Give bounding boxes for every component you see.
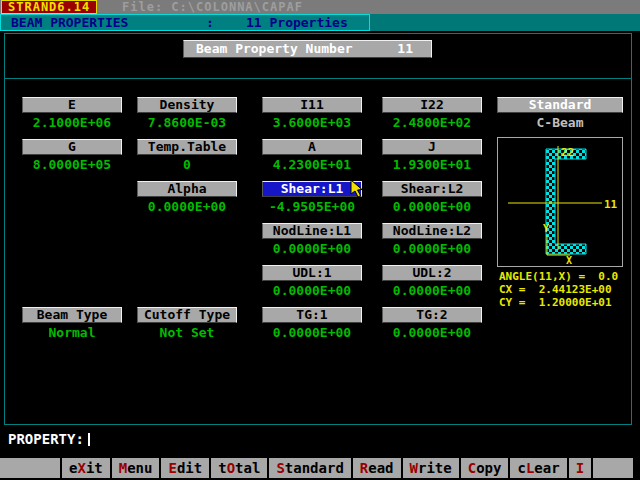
field-g: G 8.0000E+05 bbox=[22, 139, 122, 172]
mouse-pointer-icon bbox=[350, 180, 364, 202]
text-cursor bbox=[88, 433, 90, 446]
property-prompt-label: PROPERTY: bbox=[8, 431, 84, 447]
field-alpha-value: 0.0000E+00 bbox=[137, 200, 237, 214]
field-j-value: 1.9300E+01 bbox=[382, 158, 482, 172]
field-alpha: Alpha 0.0000E+00 bbox=[137, 181, 237, 214]
field-j: J 1.9300E+01 bbox=[382, 139, 482, 172]
bottom-menu-bar: eXit Menu Edit tOtal Standard Read Write… bbox=[0, 458, 640, 478]
standard-button[interactable]: Standard bbox=[497, 97, 623, 113]
field-g-value: 8.0000E+05 bbox=[22, 158, 122, 172]
axis-22-label: 22 bbox=[561, 146, 574, 159]
field-temp-table-button[interactable]: Temp.Table bbox=[137, 139, 237, 155]
field-beam-type-value: Normal bbox=[22, 326, 122, 340]
field-i11-value: 3.6000E+03 bbox=[262, 116, 362, 130]
field-j-button[interactable]: J bbox=[382, 139, 482, 155]
status-bar: BEAM PROPERTIES : 11 Properties bbox=[0, 14, 640, 31]
field-density-button[interactable]: Density bbox=[137, 97, 237, 113]
field-a-button[interactable]: A bbox=[262, 139, 362, 155]
app-name-badge: STRAND6.14 bbox=[1, 0, 97, 14]
field-udl-1: UDL:1 0.0000E+00 bbox=[262, 265, 362, 298]
field-temp-table-value: 0 bbox=[137, 158, 237, 172]
menu-item-write[interactable]: Write bbox=[403, 458, 459, 478]
field-a-value: 4.2300E+01 bbox=[262, 158, 362, 172]
menu-item-read[interactable]: Read bbox=[353, 458, 401, 478]
status-info: 11 Properties bbox=[246, 15, 348, 30]
menu-item-total[interactable]: tOtal bbox=[211, 458, 267, 478]
field-nodline-l1: NodLine:L1 0.0000E+00 bbox=[262, 223, 362, 256]
field-udl-1-button[interactable]: UDL:1 bbox=[262, 265, 362, 281]
field-i22-value: 2.4800E+02 bbox=[382, 116, 482, 130]
field-shear-l1-button[interactable]: Shear:L1 bbox=[262, 181, 362, 197]
title-bar: STRAND6.14 File: C:\COLONNA\CAPAF bbox=[0, 0, 640, 14]
field-cutoff-type-value: Not Set bbox=[137, 326, 237, 340]
field-nodline-l2: NodLine:L2 0.0000E+00 bbox=[382, 223, 482, 256]
field-i22: I22 2.4800E+02 bbox=[382, 97, 482, 130]
beam-property-number-header: Beam Property Number 11 bbox=[183, 40, 432, 58]
field-udl-2-button[interactable]: UDL:2 bbox=[382, 265, 482, 281]
field-i11: I11 3.6000E+03 bbox=[262, 97, 362, 130]
status-colon: : bbox=[206, 15, 214, 30]
strand-app-window: STRAND6.14 File: C:\COLONNA\CAPAF BEAM P… bbox=[0, 0, 640, 480]
beam-property-number-label: Beam Property Number bbox=[196, 41, 353, 56]
beam-property-number-value: 11 bbox=[397, 41, 413, 56]
menu-item-copy[interactable]: Copy bbox=[461, 458, 509, 478]
angle-readout: ANGLE(11,X) = 0.0 bbox=[499, 270, 618, 283]
field-e-button[interactable]: E bbox=[22, 97, 122, 113]
property-prompt[interactable]: PROPERTY: bbox=[8, 431, 90, 447]
field-i22-button[interactable]: I22 bbox=[382, 97, 482, 113]
menu-spacer bbox=[0, 458, 60, 478]
file-path-label: File: C:\COLONNA\CAPAF bbox=[122, 0, 303, 14]
menu-item-menu[interactable]: Menu bbox=[112, 458, 160, 478]
field-nodline-l1-button[interactable]: NodLine:L1 bbox=[262, 223, 362, 239]
menu-right-edge bbox=[633, 458, 640, 478]
menu-item-standard[interactable]: Standard bbox=[269, 458, 350, 478]
status-title: BEAM PROPERTIES bbox=[11, 15, 128, 30]
field-a: A 4.2300E+01 bbox=[262, 139, 362, 172]
menu-item-i[interactable]: I bbox=[569, 458, 591, 478]
frame-divider bbox=[4, 78, 631, 79]
local-y-label: Y bbox=[543, 223, 549, 234]
menu-item-exit[interactable]: eXit bbox=[62, 458, 110, 478]
field-density-value: 7.8600E-03 bbox=[137, 116, 237, 130]
field-g-button[interactable]: G bbox=[22, 139, 122, 155]
field-shear-l2-button[interactable]: Shear:L2 bbox=[382, 181, 482, 197]
c-beam-section-shape bbox=[546, 149, 586, 254]
field-beam-type-button[interactable]: Beam Type bbox=[22, 307, 122, 323]
field-udl-1-value: 0.0000E+00 bbox=[262, 284, 362, 298]
local-x-label: X bbox=[566, 255, 572, 266]
field-cutoff-type: Cutoff Type Not Set bbox=[137, 307, 237, 340]
field-nodline-l2-value: 0.0000E+00 bbox=[382, 242, 482, 256]
field-tg-1-value: 0.0000E+00 bbox=[262, 326, 362, 340]
field-udl-2-value: 0.0000E+00 bbox=[382, 284, 482, 298]
field-alpha-button[interactable]: Alpha bbox=[137, 181, 237, 197]
field-i11-button[interactable]: I11 bbox=[262, 97, 362, 113]
field-shear-l1: Shear:L1 -4.9505E+00 bbox=[262, 181, 362, 214]
field-shear-l2-value: 0.0000E+00 bbox=[382, 200, 482, 214]
section-type-label: C-Beam bbox=[497, 115, 623, 130]
field-beam-type: Beam Type Normal bbox=[22, 307, 122, 340]
field-nodline-l2-button[interactable]: NodLine:L2 bbox=[382, 223, 482, 239]
standard-panel: Standard bbox=[497, 97, 623, 113]
field-tg-2: TG:2 0.0000E+00 bbox=[382, 307, 482, 340]
field-e-value: 2.1000E+06 bbox=[22, 116, 122, 130]
axis-11-label: 11 bbox=[604, 198, 618, 211]
field-e: E 2.1000E+06 bbox=[22, 97, 122, 130]
field-temp-table: Temp.Table 0 bbox=[137, 139, 237, 172]
cross-section-diagram: 22 11 Y X bbox=[497, 137, 623, 267]
field-udl-2: UDL:2 0.0000E+00 bbox=[382, 265, 482, 298]
menu-item-edit[interactable]: Edit bbox=[161, 458, 209, 478]
field-nodline-l1-value: 0.0000E+00 bbox=[262, 242, 362, 256]
cx-readout: CX = 2.44123E+00 bbox=[499, 283, 612, 296]
field-tg-1-button[interactable]: TG:1 bbox=[262, 307, 362, 323]
cy-readout: CY = 1.20000E+01 bbox=[499, 296, 612, 309]
field-shear-l2: Shear:L2 0.0000E+00 bbox=[382, 181, 482, 214]
menu-item-clear[interactable]: cLear bbox=[510, 458, 566, 478]
field-tg-1: TG:1 0.0000E+00 bbox=[262, 307, 362, 340]
status-box: BEAM PROPERTIES : 11 Properties bbox=[0, 14, 370, 31]
field-tg-2-button[interactable]: TG:2 bbox=[382, 307, 482, 323]
field-density: Density 7.8600E-03 bbox=[137, 97, 237, 130]
field-cutoff-type-button[interactable]: Cutoff Type bbox=[137, 307, 237, 323]
c-beam-drawing: 22 11 Y X bbox=[498, 138, 622, 266]
field-tg-2-value: 0.0000E+00 bbox=[382, 326, 482, 340]
field-shear-l1-value: -4.9505E+00 bbox=[262, 200, 362, 214]
